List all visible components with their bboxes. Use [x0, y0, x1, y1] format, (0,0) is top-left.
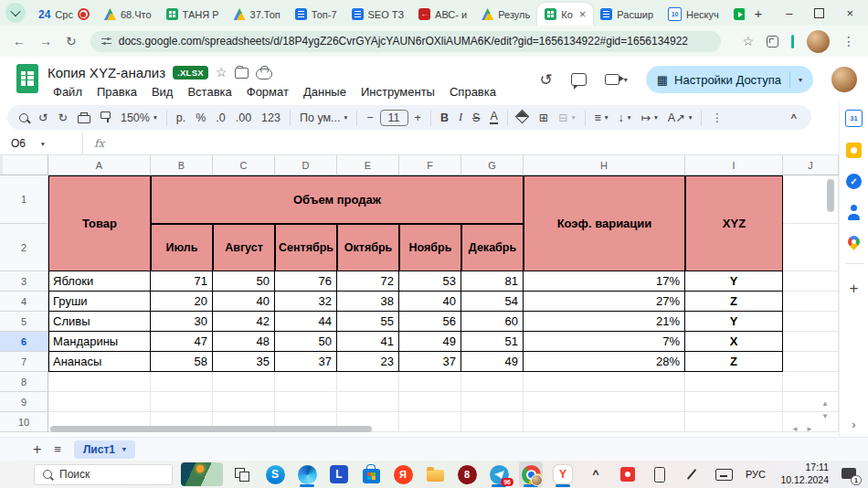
cell-J4[interactable] — [783, 292, 839, 312]
site-settings-icon[interactable] — [101, 37, 111, 46]
more-formats-button[interactable]: 123 — [257, 109, 285, 127]
table-header-cv[interactable]: Коэф. вариации — [524, 175, 685, 271]
menu-item[interactable]: Формат — [241, 84, 294, 100]
telegram-icon[interactable]: 96 — [487, 461, 511, 487]
cell-A8[interactable] — [48, 372, 151, 392]
cell-C7[interactable]: 35 — [213, 352, 275, 372]
cell-J5[interactable] — [783, 312, 839, 332]
row-header-9[interactable]: 9 — [0, 392, 48, 412]
phone-link-icon[interactable] — [648, 461, 672, 487]
browser-tab[interactable]: ТАНЯ Р — [159, 3, 227, 26]
hide-side-panel-button[interactable]: › — [852, 418, 855, 431]
cell-F8[interactable] — [399, 372, 461, 392]
column-header-J[interactable]: J — [783, 155, 839, 175]
clock[interactable]: 17:1110.12.2024 — [776, 461, 829, 487]
row-header-2[interactable]: 2 — [0, 224, 48, 271]
share-button[interactable]: ▦ Настройки Доступа ▾ — [646, 66, 813, 93]
paint-format-button[interactable] — [96, 109, 115, 126]
table-header-sales[interactable]: Объем продаж — [151, 175, 524, 224]
cell-G3[interactable]: 81 — [461, 271, 524, 292]
text-wrap-button[interactable]: ↦▾ — [637, 108, 662, 127]
maps-icon[interactable] — [845, 233, 862, 249]
language-indicator[interactable]: РУС — [744, 461, 767, 487]
cell-E4[interactable]: 38 — [337, 292, 399, 312]
all-sheets-button[interactable]: ≡ — [54, 442, 61, 456]
cell-H9[interactable] — [524, 392, 685, 412]
decrease-decimal-button[interactable]: .0 — [211, 109, 229, 127]
cell-B7[interactable]: 58 — [151, 352, 213, 372]
fill-color-button[interactable] — [513, 109, 534, 126]
l-app-icon[interactable]: L — [327, 461, 351, 487]
sheet-tab[interactable]: Лист1▾ — [74, 440, 135, 459]
contacts-icon[interactable] — [846, 205, 862, 220]
touch-keyboard-icon[interactable] — [712, 461, 736, 487]
table-header-month[interactable]: Август — [213, 224, 275, 271]
table-header-product[interactable]: Товар — [48, 175, 151, 271]
menu-item[interactable]: Правка — [91, 84, 143, 100]
column-header-G[interactable]: G — [461, 155, 524, 175]
cell-H6[interactable]: 7% — [524, 332, 685, 352]
forward-button[interactable]: → — [39, 34, 52, 48]
widgets-weather-button[interactable] — [181, 462, 223, 486]
menu-item[interactable]: Вставка — [182, 84, 237, 100]
reload-button[interactable]: ↻ — [66, 34, 77, 48]
browser-tab[interactable]: 10Нескуч — [661, 3, 726, 26]
font-size-button[interactable]: 11 — [380, 110, 408, 126]
name-box-dropdown-icon[interactable]: ▾ — [41, 140, 45, 148]
add-sheet-button[interactable]: + — [33, 441, 41, 458]
cell-J2[interactable] — [783, 224, 839, 271]
cell-A5[interactable]: Сливы — [48, 312, 151, 332]
star-document-icon[interactable]: ☆ — [216, 65, 228, 80]
account-avatar[interactable] — [831, 67, 857, 92]
window-close-button[interactable]: × — [846, 6, 853, 20]
browser-profile-avatar[interactable] — [807, 30, 830, 53]
browser-tab[interactable]: Резуль — [474, 3, 537, 26]
cell-J6[interactable] — [783, 332, 839, 352]
table-header-month[interactable]: Июль — [151, 224, 213, 271]
cell-G10[interactable] — [461, 412, 524, 432]
cell-G4[interactable]: 54 — [461, 292, 524, 312]
task-view-button[interactable] — [231, 461, 255, 487]
edge-icon[interactable] — [295, 461, 319, 487]
cell-C3[interactable]: 50 — [213, 271, 275, 292]
start-button[interactable] — [7, 461, 24, 487]
increase-font-size-button[interactable]: + — [410, 109, 426, 127]
table-header-month[interactable]: Октябрь — [337, 224, 399, 271]
cell-B3[interactable]: 71 — [151, 271, 213, 292]
cell-I10[interactable] — [685, 412, 783, 432]
share-dropdown-icon[interactable]: ▾ — [799, 76, 802, 84]
cell-D6[interactable]: 50 — [275, 332, 337, 352]
italic-button[interactable]: I — [454, 108, 467, 127]
file-explorer-icon[interactable] — [423, 461, 447, 487]
browser-tab[interactable]: ←АВС- и — [411, 3, 474, 26]
row-header-1[interactable]: 1 — [0, 175, 48, 224]
row-header-7[interactable]: 7 — [0, 352, 48, 372]
format-currency-ruble-button[interactable]: р. — [172, 109, 190, 127]
undo-button[interactable]: ↺ — [34, 108, 52, 127]
cell-H10[interactable] — [524, 412, 685, 432]
version-history-icon[interactable]: ↺ — [540, 70, 553, 90]
tab-close-button[interactable]: × — [579, 7, 587, 21]
horizontal-align-button[interactable]: ≡▾ — [590, 109, 613, 127]
taskbar-search-input[interactable]: Поиск — [34, 464, 173, 485]
cell-A3[interactable]: Яблоки — [48, 271, 151, 292]
column-header-C[interactable]: C — [213, 155, 275, 175]
cell-D9[interactable] — [275, 392, 337, 412]
cell-D8[interactable] — [275, 372, 337, 392]
back-button[interactable]: ← — [13, 34, 26, 48]
cell-H4[interactable]: 27% — [524, 292, 685, 312]
pen-input-icon[interactable] — [680, 461, 704, 487]
browser-tab[interactable]: Топ-7 — [288, 3, 344, 26]
cell-D3[interactable]: 76 — [275, 271, 337, 292]
cell-I7[interactable]: Z — [685, 352, 783, 372]
cell-J8[interactable] — [783, 372, 839, 392]
cell-A7[interactable]: Ананасы — [48, 352, 151, 372]
table-header-month[interactable]: Ноябрь — [399, 224, 461, 271]
table-header-xyz[interactable]: XYZ — [685, 175, 783, 271]
cell-G9[interactable] — [461, 392, 524, 412]
hide-toolbar-button[interactable]: ^ — [784, 112, 804, 123]
document-title[interactable]: Копия XYZ-анализ — [48, 65, 165, 80]
bookmark-star-icon[interactable]: ☆ — [742, 34, 754, 48]
cell-E8[interactable] — [337, 372, 399, 392]
row-header-3[interactable]: 3 — [0, 271, 48, 292]
